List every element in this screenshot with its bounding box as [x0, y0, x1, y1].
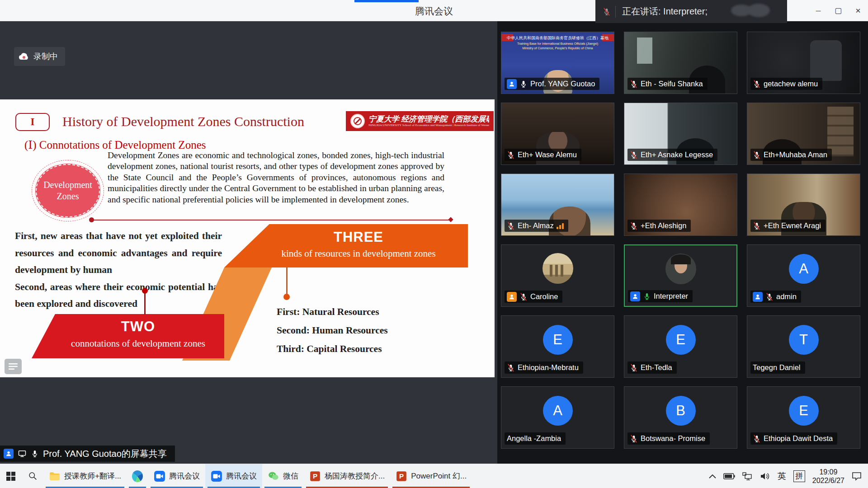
university-name-cn: 宁夏大学 经济管理学院（西部发展研究院） [368, 115, 489, 124]
participant-tile[interactable]: getachew alemu [747, 32, 860, 94]
battery-icon[interactable] [723, 473, 735, 479]
participant-namebar: Eth+Muhaba Aman [750, 149, 832, 161]
participant-tile[interactable]: A admin [747, 244, 860, 307]
search-button[interactable] [22, 464, 43, 488]
participant-tile[interactable]: 中华人民共和国商务部国际商务官员研修班（江西）基地 Training Base … [501, 32, 614, 94]
speaker-icon[interactable] [760, 472, 770, 480]
participant-namebar: Interpreter [628, 290, 693, 302]
action-center-icon[interactable] [852, 472, 862, 481]
clock-date: 2022/6/27 [812, 476, 844, 485]
participant-namebar: Eth+ Wase Alemu [505, 149, 581, 161]
windows-logo-icon [6, 472, 15, 481]
participant-name: Interpreter [654, 292, 688, 300]
presentation-slide: I History of Development Zones Construct… [0, 99, 495, 377]
recording-label: 录制中 [33, 51, 58, 62]
input-language-indicator[interactable]: 英 [778, 470, 786, 482]
participant-tile[interactable]: Eth- Almaz [501, 174, 614, 236]
powerpoint-icon: P [396, 470, 407, 482]
connector-line [92, 220, 452, 221]
mic-on-icon [519, 80, 528, 88]
university-emblem-icon [350, 114, 365, 128]
participant-name: Botswana- Promise [641, 434, 705, 443]
ime-pinyin-indicator[interactable]: 拼 [793, 470, 805, 482]
taskbar-app-edge[interactable] [127, 464, 148, 488]
speaking-indicator-overlay: 正在讲话: Interpreter; [595, 0, 787, 23]
taskbar-app-folder[interactable]: 授课教师+翻译... [43, 464, 127, 488]
maximize-button[interactable]: ▢ [828, 0, 848, 21]
participant-tile[interactable]: A Angella -Zambia [501, 386, 614, 449]
list-icon [9, 363, 18, 370]
participant-name: Eth+ Asnake Legesse [641, 150, 713, 159]
member-badge-icon [753, 292, 763, 302]
participant-namebar: +Eth Aleshign [627, 220, 691, 232]
tab-accent-bar [354, 0, 419, 2]
minimize-button[interactable]: ─ [808, 0, 828, 21]
participant-name: Caroline [530, 292, 558, 301]
cohost-badge-icon [507, 292, 517, 302]
participant-name: Ethiopia Dawit Desta [764, 434, 833, 443]
search-icon [28, 471, 38, 481]
mic-muted-icon [753, 151, 761, 159]
folder-icon [49, 470, 61, 482]
mic-muted-icon [753, 80, 761, 88]
blur-artifact [747, 4, 770, 17]
participant-tile[interactable]: Caroline [501, 244, 614, 307]
speaking-text: 正在讲话: Interpreter; [622, 5, 708, 18]
mic-muted-icon [519, 293, 528, 301]
taskbar-app-powerpoint-2[interactable]: P PowerPoint 幻... [390, 464, 472, 488]
participant-tile[interactable]: Eth+ Asnake Legesse [624, 103, 737, 165]
participant-tile[interactable]: E Ethiopia Dawit Desta [747, 386, 860, 449]
avatar-letter: B [666, 396, 696, 426]
taskbar-app-wechat[interactable]: 微信 [262, 464, 304, 488]
member-badge-icon [630, 291, 640, 301]
participant-tile[interactable]: Eth - Seifu Shanka [624, 32, 737, 94]
taskbar-app-label: 腾讯会议 [169, 471, 200, 481]
participant-tile[interactable]: E Eth-Tedla [624, 315, 737, 378]
participant-name: Angella -Zambia [507, 434, 561, 443]
participant-tile[interactable]: +Eth Aleshign [624, 174, 737, 236]
start-button[interactable] [0, 464, 22, 488]
tray-expand-icon[interactable] [709, 474, 716, 479]
participant-name: Eth - Seifu Shanka [641, 80, 703, 88]
participant-tile[interactable]: +Eth Ewnet Aragi [747, 174, 860, 236]
participant-tile[interactable]: B Botswana- Promise [624, 386, 737, 449]
participant-tile-speaking[interactable]: Interpreter [624, 244, 737, 307]
backdrop-banner-text: 中华人民共和国商务部国际商务官员研修班（江西）基地 Training Base … [501, 35, 614, 51]
two-banner: TWO connotations of development zones [32, 314, 224, 358]
three-banner: THREE kinds of resources in development … [224, 224, 468, 267]
slide-title: History of Development Zones Constructio… [62, 114, 304, 129]
participant-namebar: Ethiopia Dawit Desta [750, 432, 837, 445]
network-icon[interactable] [742, 472, 753, 480]
taskbar-app-meeting-2-active[interactable]: 腾讯会议 [205, 464, 262, 488]
close-button[interactable]: ✕ [848, 0, 868, 21]
windows-taskbar: 授课教师+翻译... 腾讯会议 腾讯会议 微信 [0, 464, 868, 488]
host-badge-icon [507, 79, 517, 89]
participant-name: +Eth Aleshign [641, 221, 686, 230]
participant-namebar: Tegegn Daniel [750, 361, 805, 374]
taskbar-app-label: 微信 [283, 471, 298, 481]
participant-video-detail [637, 38, 652, 64]
taskbar-clock[interactable]: 19:09 2022/6/27 [812, 468, 844, 485]
taskbar-app-powerpoint-1[interactable]: P 杨国涛教授简介... [304, 464, 390, 488]
participant-name: Eth+Muhaba Aman [764, 150, 827, 159]
participant-namebar: Eth - Seifu Shanka [627, 78, 708, 90]
participant-namebar: Prof. YANG Guotao [505, 78, 599, 90]
participant-tile[interactable]: Eth+Muhaba Aman [747, 103, 860, 165]
participant-tile[interactable]: E Ethiopian-Mebratu [501, 315, 614, 378]
screen-share-icon [18, 449, 27, 458]
red-connector-line [144, 293, 146, 314]
participant-tile[interactable]: T Tegegn Daniel [747, 315, 860, 378]
participant-name: Ethiopian-Mebratu [518, 363, 579, 372]
resources-list: First: Natural Resources Second: Human R… [277, 303, 388, 358]
avatar [665, 253, 696, 284]
sidebar-toggle-button[interactable] [5, 359, 22, 374]
clock-time: 19:09 [812, 468, 844, 476]
avatar-letter: T [789, 325, 819, 355]
slide-section-number: I [15, 113, 50, 131]
participant-tile[interactable]: Eth+ Wase Alemu [501, 103, 614, 165]
university-logo-banner: 宁夏大学 经济管理学院（西部发展研究院） NINGXIA UNIVERSITY … [346, 111, 494, 131]
taskbar-app-meeting-1[interactable]: 腾讯会议 [148, 464, 205, 488]
mic-muted-icon [630, 364, 638, 372]
development-zones-bubble: Development Zones [34, 163, 101, 219]
participant-name: getachew alemu [764, 80, 818, 88]
